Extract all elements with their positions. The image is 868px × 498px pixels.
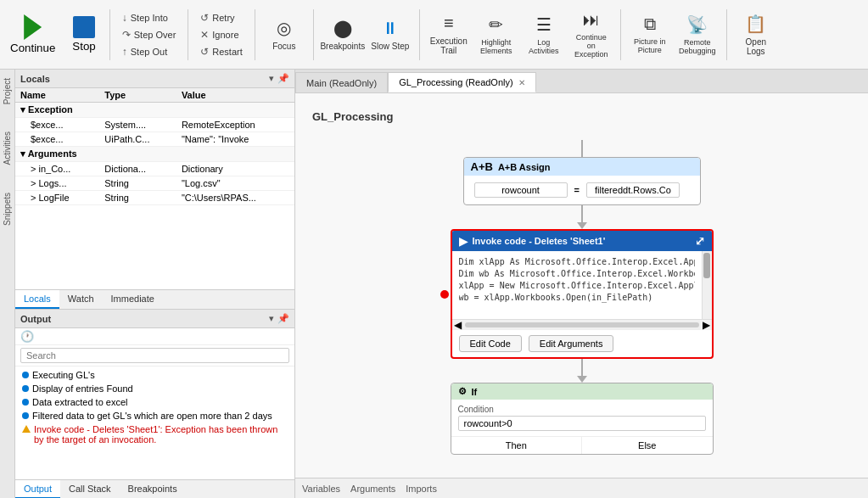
connector-arrow-1 [577,222,587,229]
continue-button[interactable]: Continue [3,11,62,58]
invoke-code-line-4: xlApp = New Microsoft.Office.Interop.Exc… [459,280,695,292]
invoke-hscroll[interactable]: ◀ ▶ [452,319,712,329]
continue-on-exception-button[interactable]: ⏭ Continue on Exception [569,4,613,65]
tab-output[interactable]: Output [15,480,60,499]
highlight-elements-button[interactable]: ✏ Highlight Elements [474,4,518,65]
hscroll-right[interactable]: ▶ [703,319,710,331]
workflow-container: A+B A+B Assign rowcount = filtereddt.Row… [312,140,851,455]
stop-icon [73,16,95,38]
invoke-body: Dim xlApp As Microsoft.Office.Interop.Ex… [452,251,712,319]
picture-in-picture-button[interactable]: ⧉ Picture in Picture [628,4,672,65]
tab-breakpoints[interactable]: Breakpoints [120,480,186,499]
connector-2 [581,359,583,376]
tab-watch[interactable]: Watch [59,290,103,309]
canvas[interactable]: GL_Processing A+B A+B Assign rowcount = … [295,93,868,478]
invoke-title-label: Invoke code - Deletes 'Sheet1' [473,236,606,246]
tab-locals[interactable]: Locals [15,290,59,309]
log-activities-button[interactable]: ☰ Log Activities [522,4,566,65]
restart-button[interactable]: ↺ Restart [195,44,247,59]
output-search-input[interactable] [20,348,289,363]
breakpoints-button[interactable]: ⬤ Breakpoints [321,4,365,65]
canvas-tab-variables[interactable]: Variables [302,484,340,494]
separator-2 [188,9,188,60]
ignore-icon: ✕ [200,29,209,41]
remote-debugging-button[interactable]: 📡 Remote Debugging [675,4,720,65]
invoke-left-indicator [440,290,449,299]
step-into-button[interactable]: ↓ Step Into [117,10,182,25]
edit-code-button[interactable]: Edit Code [459,335,522,352]
assign-row: rowcount = filtereddt.Rows.Co [474,181,690,199]
project-tab[interactable]: Project [1,73,14,109]
output-item: Display of entries Found [15,382,294,395]
invoke-node: ▶ Invoke code - Deletes 'Sheet1' ⤢ Dim x… [451,229,714,359]
output-collapse-button[interactable]: ▾ [269,313,274,324]
hscroll-left[interactable]: ◀ [454,319,462,331]
separator-6 [620,9,621,60]
focus-button[interactable]: ◎ Focus [262,4,306,65]
locals-collapse-button[interactable]: ▾ [269,73,274,84]
col-type: Type [99,88,176,103]
doc-tabs: Main (ReadOnly) GL_Processing (ReadOnly)… [295,70,868,93]
doc-tab-gl[interactable]: GL_Processing (ReadOnly) ✕ [388,72,536,92]
step-group: ↓ Step Into ↷ Step Over ↑ Step Out [117,10,182,59]
condition-input[interactable] [458,416,706,431]
canvas-label: GL_Processing [312,110,851,123]
col-value: Value [176,88,294,103]
restart-label: Restart [212,47,242,57]
locals-child-row: > in_Co...Dictiona...Dictionary [15,162,294,176]
separator-4 [313,9,314,60]
stop-button[interactable]: Stop [65,13,102,56]
locals-scroll[interactable]: Name Type Value ▾ Exception$exce...Syste… [15,88,294,289]
doc-tab-gl-close[interactable]: ✕ [518,78,525,87]
tab-call-stack[interactable]: Call Stack [60,480,120,499]
picture-in-picture-label: Picture in Picture [630,37,670,54]
output-clock-icon: 🕐 [20,330,34,343]
picture-in-picture-icon: ⧉ [644,14,656,34]
output-text: Filtered data to get GL's which are open… [32,411,272,421]
separator-5 [419,9,420,60]
edit-arguments-button[interactable]: Edit Arguments [529,335,614,352]
log-activities-icon: ☰ [536,14,552,35]
canvas-tab-arguments[interactable]: Arguments [350,484,395,494]
expand-icon[interactable]: ⤢ [695,234,705,248]
assign-label: A+B Assign [498,162,551,172]
output-item: Data extracted to excel [15,395,294,409]
then-label: Then [451,437,583,454]
ignore-button[interactable]: ✕ Ignore [195,27,247,42]
output-pin-button[interactable]: 📌 [277,313,289,324]
continue-on-exception-label: Continue on Exception [571,33,612,59]
canvas-tab-imports[interactable]: Imports [406,484,437,494]
continue-label: Continue [10,42,55,54]
if-label: If [472,387,478,397]
invoke-scrollbar[interactable] [702,251,712,319]
step-over-button[interactable]: ↷ Step Over [117,27,182,42]
retry-button[interactable]: ↺ Retry [195,10,247,25]
remote-debugging-label: Remote Debugging [677,38,718,55]
activities-tab[interactable]: Activities [1,126,14,170]
execution-trail-button[interactable]: ≡ Execution Trail [427,4,471,65]
execution-trail-icon: ≡ [444,14,454,33]
slow-step-icon: ⏸ [382,19,399,38]
highlight-elements-label: Highlight Elements [476,38,517,55]
output-item: Filtered data to get GL's which are open… [15,409,294,422]
col-name: Name [15,88,99,103]
continue-on-exception-icon: ⏭ [583,10,600,30]
step-out-button[interactable]: ↑ Step Out [117,44,182,59]
locals-child-row: > LogFileString"C:\Users\RPAS... [15,191,294,205]
step-out-icon: ↑ [122,46,127,58]
locals-pin-button[interactable]: 📌 [277,73,289,84]
slow-step-button[interactable]: ⏸ Slow Step [368,4,412,65]
continue-icon [20,14,46,40]
doc-tab-main[interactable]: Main (ReadOnly) [295,72,388,92]
open-logs-button[interactable]: 📋 Open Logs [734,4,778,65]
else-label: Else [582,437,713,454]
if-icon: ⚙ [458,386,467,397]
tab-immediate[interactable]: Immediate [103,290,163,309]
invoke-wrapper: ▶ Invoke code - Deletes 'Sheet1' ⤢ Dim x… [451,229,714,359]
connector-arrow-2 [577,376,587,383]
invoke-run-icon: ▶ [459,235,468,248]
connector-1 [581,205,583,222]
output-panel: Output ▾ 📌 🕐 Executing GL'sDisplay of en… [15,310,294,479]
snippets-tab[interactable]: Snippets [1,187,14,231]
invoke-code-line-2: Dim wb As Microsoft.Office.Interop.Excel… [459,268,695,280]
